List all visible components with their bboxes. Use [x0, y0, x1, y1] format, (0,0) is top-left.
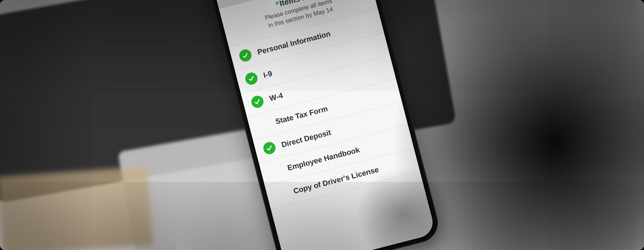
check-done-icon: [250, 94, 265, 109]
checklist-item-label: Direct Deposit: [280, 128, 332, 149]
check-done-icon: [244, 71, 259, 86]
check-empty-icon: [268, 164, 283, 179]
desk-surface: [0, 166, 153, 250]
check-done-icon: [238, 48, 253, 62]
scene-photo: 10:30: [0, 0, 644, 250]
checklist-item-label: I-9: [263, 69, 273, 79]
check-done-icon: [262, 141, 277, 155]
checklist-item-label: W-4: [268, 91, 284, 103]
app-logo-icon: [220, 0, 242, 4]
check-empty-icon: [256, 118, 271, 132]
check-empty-icon: [274, 187, 289, 202]
